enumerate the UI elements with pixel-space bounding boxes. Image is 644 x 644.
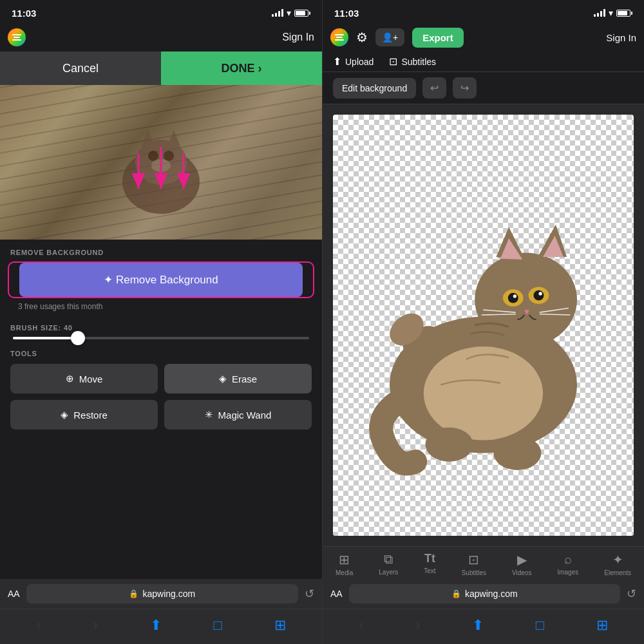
videos-icon: ▶ (517, 552, 527, 567)
subtitles-toolbar-label: Subtitles (462, 569, 486, 576)
media-icon: ⊞ (339, 552, 350, 567)
right-phone: 11:03 ▾ ⚙ 👤+ Export Sign In (322, 0, 644, 644)
bookmarks-button-right[interactable]: □ (529, 614, 551, 636)
signal-icon (272, 9, 283, 17)
upload-item[interactable]: ⬆ Upload (333, 55, 374, 68)
image-editing-area[interactable] (0, 85, 322, 240)
aa-text-right[interactable]: AA (330, 589, 343, 599)
action-bar: Cancel DONE › (0, 52, 322, 85)
settings-button[interactable]: ⚙ (356, 30, 368, 45)
cancel-button[interactable]: Cancel (0, 52, 161, 85)
videos-label: Videos (512, 569, 531, 576)
left-phone: 11:03 ▾ Sign In Cancel DONE › (0, 0, 322, 644)
back-button-left[interactable]: ‹ (30, 614, 47, 636)
reload-button-right[interactable]: ↺ (627, 587, 636, 601)
svg-point-31 (426, 428, 473, 462)
right-time: 11:03 (334, 8, 359, 19)
svg-point-23 (539, 292, 542, 295)
lock-icon-right: 🔒 (451, 589, 461, 598)
move-tool-button[interactable]: ⊕ Move (10, 364, 158, 393)
add-collaborator-button[interactable]: 👤+ (375, 28, 404, 46)
canvas-content (333, 115, 634, 536)
slider-thumb[interactable] (71, 331, 85, 345)
tabs-button-left[interactable]: ⊞ (268, 614, 292, 636)
magic-wand-label: Magic Wand (218, 410, 272, 421)
erase-icon: ◈ (219, 373, 227, 384)
kapwing-logo (8, 28, 26, 46)
cat-image (0, 85, 322, 240)
bookmarks-button-left[interactable]: □ (207, 614, 228, 636)
undo-button[interactable]: ↩ (422, 77, 446, 99)
magic-wand-icon: ✳ (205, 409, 213, 421)
images-label: Images (557, 569, 578, 576)
left-safari-toolbar: ‹ › ⬆ □ ⊞ (0, 609, 322, 644)
url-pill-left[interactable]: 🔒 kapwing.com (26, 584, 298, 603)
subtitles-toolbar-icon: ⊡ (468, 552, 479, 567)
url-pill-right[interactable]: 🔒 kapwing.com (349, 584, 620, 603)
share-button-right[interactable]: ⬆ (466, 614, 490, 636)
forward-button-right[interactable]: › (409, 614, 426, 636)
canvas-area[interactable] (323, 104, 644, 546)
annotation-arrows (122, 147, 200, 198)
brush-slider-row[interactable] (10, 337, 312, 339)
brush-slider-track[interactable] (13, 337, 309, 339)
battery-icon (294, 10, 310, 17)
left-time: 11:03 (12, 8, 36, 19)
text-toolbar-item[interactable]: Tt Text (419, 552, 440, 574)
forward-button-left[interactable]: › (87, 614, 104, 636)
svg-marker-2 (142, 130, 155, 146)
move-label: Move (79, 374, 103, 384)
media-label: Media (336, 569, 353, 576)
restore-label: Restore (73, 410, 108, 421)
brush-section: BRUSH SIZE: 40 (0, 317, 322, 343)
redo-button[interactable]: ↪ (453, 77, 477, 99)
upload-row: ⬆ Upload ⊡ Subtitles (323, 52, 644, 72)
subtitles-toolbar-item[interactable]: ⊡ Subtitles (457, 552, 491, 576)
remove-bg-btn-wrapper: ✦ Remove Background (8, 261, 314, 298)
tools-section: TOOLS ⊕ Move ◈ Erase ◈ Restore ✳ Magic W… (0, 343, 322, 436)
aa-text-left[interactable]: AA (8, 589, 20, 599)
free-usages-label: 3 free usages this month (8, 298, 314, 317)
tabs-button-right[interactable]: ⊞ (590, 614, 614, 636)
share-button-left[interactable]: ⬆ (144, 614, 168, 636)
reload-button-left[interactable]: ↺ (305, 587, 314, 601)
done-button[interactable]: DONE › (161, 52, 322, 85)
media-toolbar-item[interactable]: ⊞ Media (330, 552, 358, 576)
layers-label: Layers (379, 569, 398, 576)
svg-marker-3 (167, 130, 180, 146)
text-label: Text (424, 567, 435, 574)
right-battery-icon (616, 10, 632, 17)
elements-label: Elements (604, 569, 631, 576)
remove-background-button[interactable]: ✦ Remove Background (19, 263, 303, 297)
layers-icon: ⧉ (384, 552, 393, 567)
left-address-bar: AA 🔒 kapwing.com ↺ (0, 579, 322, 609)
edit-background-button[interactable]: Edit background (333, 78, 416, 99)
svg-point-21 (534, 290, 544, 301)
right-wifi-icon: ▾ (609, 8, 613, 18)
subtitles-upload-item[interactable]: ⊡ Subtitles (389, 55, 436, 68)
subtitles-icon: ⊡ (389, 55, 397, 68)
brush-size-label: BRUSH SIZE: 40 (10, 324, 312, 332)
edit-background-bar: Edit background ↩ ↪ (323, 72, 644, 104)
erase-tool-button[interactable]: ◈ Erase (164, 364, 312, 393)
left-top-nav: Sign In (0, 23, 322, 52)
remove-bg-label: REMOVE BACKGROUND (0, 240, 322, 261)
layers-toolbar-item[interactable]: ⧉ Layers (374, 552, 403, 576)
elements-icon: ✦ (612, 552, 623, 567)
erase-label: Erase (232, 374, 257, 384)
export-button[interactable]: Export (412, 28, 464, 48)
images-toolbar-item[interactable]: ⌕ Images (552, 552, 583, 576)
right-sign-in-link[interactable]: Sign In (606, 32, 636, 43)
videos-toolbar-item[interactable]: ▶ Videos (507, 552, 536, 576)
slider-fill (13, 337, 78, 339)
right-status-bar: 11:03 ▾ (323, 0, 644, 23)
sign-in-link[interactable]: Sign In (282, 32, 314, 43)
left-status-bar: 11:03 ▾ (0, 0, 322, 23)
back-button-right[interactable]: ‹ (352, 614, 370, 636)
magic-wand-tool-button[interactable]: ✳ Magic Wand (164, 400, 312, 430)
images-icon: ⌕ (564, 552, 572, 567)
right-address-bar: AA 🔒 kapwing.com ↺ (323, 579, 644, 609)
restore-tool-button[interactable]: ◈ Restore (10, 400, 158, 430)
elements-toolbar-item[interactable]: ✦ Elements (599, 552, 636, 576)
svg-point-32 (493, 436, 541, 470)
